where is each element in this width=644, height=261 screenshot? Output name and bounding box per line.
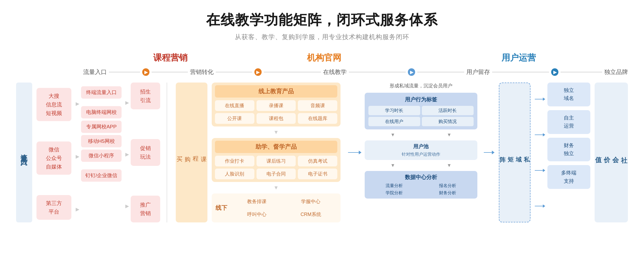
assist-box: 助学、督学产品 作业打卡 课后练习 仿真考试 人脸识别 电子合同 电子证书 <box>212 138 341 182</box>
terminal-flow-5: 钉钉/企业微信 <box>81 169 122 182</box>
flow-step-3: 在线教学 <box>323 68 347 76</box>
user-pool-sub: 针对性用户运营动作 <box>368 152 474 157</box>
brand-item-1: 自主运营 <box>547 110 590 134</box>
assist-grid: 作业打卡 课后练习 仿真考试 人脸识别 电子合同 电子证书 <box>215 156 337 179</box>
behavior-tag-3: 购买情况 <box>422 117 474 126</box>
course-purchase-label: 课程购买 <box>176 83 207 222</box>
flow-step-2: 营销转化 <box>190 68 214 76</box>
behavior-tags-grid: 学习时长 活跃时长 在线用户 购买情况 <box>368 106 474 126</box>
data-item-0: 流量分析 <box>368 183 420 189</box>
down-arrow-1: ▼ <box>212 129 341 135</box>
retention-header: 形成私域流量，沉淀会员用户 <box>365 83 477 89</box>
online-education-box: 线上教育产品 在线直播 录播课 音频课 公开课 课程包 在线题库 <box>212 83 341 126</box>
online-item-3: 公开课 <box>215 113 254 124</box>
data-center-box: 数据中心分析 流量分析 报名分析 学院分析 财务分析 <box>365 171 477 199</box>
down-arrows-row: ▼ ▼ <box>365 132 477 138</box>
assist-item-2: 仿真考试 <box>298 156 337 166</box>
data-item-1: 报名分析 <box>422 183 474 189</box>
header: 在线教学功能矩阵，闭环式服务体系 从获客、教学、复购到学服，用专业技术构建机构服… <box>16 11 628 41</box>
brand-arrow-3 <box>535 204 545 208</box>
flow-dot-1: ▶ <box>142 68 149 76</box>
flow-dot-2: ▶ <box>254 68 262 76</box>
flow-line-1 <box>109 72 140 72</box>
online-items-grid: 在线直播 录播课 音频课 公开课 课程包 在线题库 <box>215 100 337 124</box>
brand-items-section: 独立域名 自主运营 财务独立 多终端支持 <box>547 83 590 222</box>
terminal-flow-1: 电脑终端网校 <box>81 106 122 118</box>
flow-dot-4: ▶ <box>551 68 558 76</box>
assist-item-5: 电子证书 <box>298 169 337 179</box>
behavior-tags-title: 用户行为标签 <box>368 96 474 103</box>
flow-line-7 <box>492 72 549 72</box>
flow-line-4 <box>264 72 321 72</box>
arrow-to-private <box>484 151 495 154</box>
down-arrow-2: ▼ <box>212 185 341 191</box>
social-value-label: 社会价值 <box>595 83 628 222</box>
page-container: 在线教学功能矩阵，闭环式服务体系 从获客、教学、复购到学服，用专业技术构建机构服… <box>0 0 644 233</box>
flow-step-5: 独立品牌 <box>604 68 628 76</box>
flow-dot-3: ▶ <box>408 68 415 76</box>
brand-arrow-0 <box>535 98 545 101</box>
assist-item-1: 课后练习 <box>257 156 296 166</box>
terminal-flow-4: 微信小程序 <box>81 150 122 162</box>
offline-box: 线下 教务排课 学服中心 呼叫中心 CRM系统 <box>212 193 341 222</box>
data-center-title: 数据中心分析 <box>368 174 474 181</box>
assist-item-3: 人脸识别 <box>215 169 254 179</box>
conversion-boxes: 招生引流 促销玩法 推广营销 <box>131 83 160 222</box>
private-matrix-label: 私域矩阵 <box>499 83 530 222</box>
online-teaching-section: 线上教育产品 在线直播 录播课 音频课 公开课 课程包 在线题库 ▼ 助学、督学… <box>212 83 341 222</box>
data-item-2: 学院分析 <box>368 190 420 196</box>
brand-arrow-2 <box>535 169 545 172</box>
terminal-flow-2: 专属网校APP <box>81 121 122 133</box>
traffic-source-2: 第三方平台 <box>36 195 71 220</box>
flow-bar: 流量入口 ▶ 营销转化 ▶ 在线教学 ▶ 用户留存 ▶ 独立品牌 <box>16 68 628 76</box>
behavior-tag-0: 学习时长 <box>368 106 420 115</box>
behavior-tag-2: 在线用户 <box>368 117 420 126</box>
down-arrows-row-2: ▼ ▼ <box>365 163 477 168</box>
cat-website: 机构官网 <box>260 52 388 64</box>
assist-item-4: 电子合同 <box>257 169 296 179</box>
conversion-1: 促销玩法 <box>131 139 160 166</box>
cat-marketing: 课程营销 <box>113 52 228 64</box>
terminal-flow-3: 移动H5网校 <box>81 135 122 147</box>
flow-line-3 <box>216 72 252 72</box>
online-item-5: 在线题库 <box>298 113 337 124</box>
terminal-flows: 终端流量入口 电脑终端网校 专属网校APP 移动H5网校 微信小程序 钉钉/企业… <box>81 83 122 222</box>
divider-1 <box>167 83 167 222</box>
flow-line-5 <box>349 72 406 72</box>
flow-step-4: 用户留存 <box>466 68 490 76</box>
data-item-3: 财务分析 <box>422 190 474 196</box>
left-traffic-label: 流量入口 <box>16 83 32 222</box>
traffic-source-0: 大搜信息流短视频 <box>36 88 71 121</box>
flow-line-6 <box>417 72 464 72</box>
online-edu-title: 线上教育产品 <box>215 85 337 98</box>
offline-item-2: 呼叫中心 <box>231 209 283 220</box>
offline-items: 教务排课 学服中心 呼叫中心 CRM系统 <box>231 196 337 220</box>
traffic-source-1: 微信公众号自媒体 <box>36 141 71 175</box>
page-subtitle: 从获客、教学、复购到学服，用专业技术构建机构服务闭环 <box>16 33 628 41</box>
brand-item-2: 财务独立 <box>547 138 590 162</box>
behavior-tag-1: 活跃时长 <box>422 106 474 115</box>
flow-step-1: 流量入口 <box>83 68 107 76</box>
offline-label: 线下 <box>215 204 227 212</box>
brand-arrows <box>535 83 545 222</box>
terminal-flow-0: 终端流量入口 <box>81 86 122 99</box>
online-item-4: 课程包 <box>257 113 296 124</box>
to-conversion-arrows: ▶ ▶ ▶ <box>125 83 129 222</box>
arrow-to-retention <box>348 151 361 154</box>
user-pool-title: 用户池 <box>368 143 474 150</box>
flow-line-2 <box>152 72 188 72</box>
online-item-1: 录播课 <box>257 100 296 111</box>
offline-item-3: CRM系统 <box>285 209 337 220</box>
user-retention-section: 形成私域流量，沉淀会员用户 用户行为标签 学习时长 活跃时长 在线用户 购买情况… <box>365 83 477 222</box>
conversion-2: 推广营销 <box>131 196 160 222</box>
brand-item-0: 独立域名 <box>547 83 590 106</box>
online-item-0: 在线直播 <box>215 100 254 111</box>
assist-title: 助学、督学产品 <box>215 141 337 153</box>
user-pool-box: 用户池 针对性用户运营动作 <box>365 140 477 160</box>
cat-operations: 用户运营 <box>409 52 628 64</box>
traffic-sources: 大搜信息流短视频 微信公众号自媒体 第三方平台 <box>36 83 71 222</box>
flow-line-8 <box>561 72 602 72</box>
traffic-arrows: ▶ ▶ ▶ <box>76 83 79 222</box>
data-center-grid: 流量分析 报名分析 学院分析 财务分析 <box>368 183 474 196</box>
offline-item-1: 学服中心 <box>285 196 337 207</box>
